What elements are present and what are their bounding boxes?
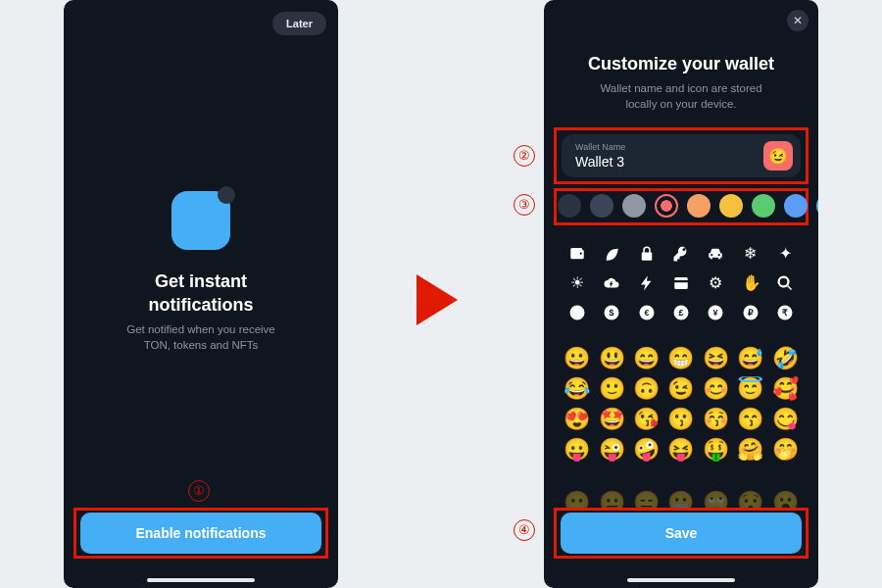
emoji-option[interactable]: 😍 xyxy=(564,407,590,432)
emoji-option[interactable]: 😋 xyxy=(772,407,799,432)
emoji-option[interactable]: 🥰 xyxy=(772,376,799,402)
sun-icon[interactable]: ☀ xyxy=(568,274,586,292)
color-swatch-selected[interactable] xyxy=(655,194,678,218)
power-icon[interactable] xyxy=(568,304,586,321)
color-swatch[interactable] xyxy=(558,194,581,218)
hand-icon[interactable]: ✋ xyxy=(742,274,760,292)
svg-text:₽: ₽ xyxy=(748,308,754,318)
key-icon[interactable] xyxy=(672,245,690,263)
emoji-option[interactable]: 😑 xyxy=(633,490,660,508)
emoji-option[interactable]: 🤣 xyxy=(772,346,799,371)
emoji-option[interactable]: 😙 xyxy=(737,407,763,432)
emoji-option[interactable]: 😇 xyxy=(737,376,763,402)
later-button[interactable]: Later xyxy=(272,12,326,35)
emoji-option[interactable]: 😄 xyxy=(633,346,660,371)
emoji-option[interactable]: 😚 xyxy=(703,407,729,432)
wallet-name-value: Wallet 3 xyxy=(575,153,763,171)
emoji-option[interactable]: 😁 xyxy=(667,346,694,371)
marker-4: ④ xyxy=(514,519,535,541)
emoji-option[interactable]: 🤑 xyxy=(703,437,729,463)
icon-picker: ❄ ✦ ☀ ⚙ ✋ $ € £ ¥ ₽ ₹ xyxy=(560,245,803,321)
euro-icon[interactable]: € xyxy=(638,304,656,321)
emoji-option[interactable]: 😛 xyxy=(564,437,590,463)
emoji-option[interactable]: 😃 xyxy=(599,346,625,371)
emoji-option[interactable]: 🤩 xyxy=(599,407,625,432)
emoji-option[interactable]: 😆 xyxy=(703,346,729,371)
lock-icon[interactable] xyxy=(638,245,656,263)
color-swatch[interactable] xyxy=(622,194,646,218)
home-indicator[interactable] xyxy=(147,578,255,582)
pound-icon[interactable]: £ xyxy=(672,304,690,321)
emoji-picker: 😀😃😄😁😆😅🤣😂🙂🙃😉😊😇🥰😍🤩😘😗😚😙😋😛😜🤪😝🤑🤗🤭 xyxy=(560,346,803,463)
emoji-option[interactable]: 😉 xyxy=(667,376,694,402)
emoji-option[interactable]: 🤪 xyxy=(633,437,660,463)
app-icon xyxy=(172,191,230,250)
sparkle-icon[interactable]: ✦ xyxy=(776,245,794,263)
emoji-option[interactable]: 😝 xyxy=(667,437,694,463)
color-swatch[interactable] xyxy=(816,194,818,218)
emoji-option[interactable]: 🙂 xyxy=(599,376,625,402)
emoji-option[interactable]: 😮 xyxy=(772,490,799,508)
marker-3: ③ xyxy=(514,194,535,216)
svg-text:€: € xyxy=(644,308,649,318)
emoji-option[interactable]: 😂 xyxy=(564,376,590,402)
emoji-option[interactable]: 🙄 xyxy=(703,490,729,508)
svg-text:£: £ xyxy=(678,308,683,318)
leaf-icon[interactable] xyxy=(603,245,620,263)
emoji-option[interactable]: 🤗 xyxy=(737,437,763,463)
notif-title: Get instantnotifications xyxy=(64,270,338,317)
enable-notifications-button[interactable]: Enable notifications xyxy=(80,513,321,554)
color-swatch[interactable] xyxy=(752,194,775,218)
svg-text:$: $ xyxy=(610,308,614,318)
search-icon[interactable] xyxy=(776,274,794,292)
color-swatch[interactable] xyxy=(687,194,710,218)
dollar-icon[interactable]: $ xyxy=(603,304,620,321)
credit-card-icon[interactable] xyxy=(672,274,690,292)
emoji-option[interactable]: 😬 xyxy=(667,490,694,508)
phone-customize: ✕ Customize your wallet Wallet name and … xyxy=(544,0,818,588)
emoji-option[interactable]: 😅 xyxy=(737,346,763,371)
wallet-name-label: Wallet Name xyxy=(575,142,763,153)
emoji-picker-fade: 😶😐😑😬🙄😯😮 xyxy=(560,490,803,508)
marker-1: ① xyxy=(188,480,210,502)
yen-icon[interactable]: ¥ xyxy=(707,304,724,321)
customize-title: Customize your wallet xyxy=(544,54,818,74)
play-arrow-icon xyxy=(416,274,458,325)
svg-text:₹: ₹ xyxy=(782,308,788,318)
wallet-name-field[interactable]: Wallet Name Wallet 3 😉 xyxy=(562,134,801,177)
close-button[interactable]: ✕ xyxy=(787,10,808,31)
emoji-option[interactable]: 😶 xyxy=(564,490,590,508)
ruble-icon[interactable]: ₽ xyxy=(742,304,760,321)
color-picker xyxy=(558,194,818,218)
emoji-option[interactable]: 😜 xyxy=(599,437,625,463)
emoji-option[interactable]: 🤭 xyxy=(772,437,799,463)
emoji-option[interactable]: 🙃 xyxy=(633,376,660,402)
emoji-option[interactable]: 😘 xyxy=(633,407,660,432)
marker-2: ② xyxy=(514,145,535,167)
emoji-option[interactable]: 😊 xyxy=(703,376,729,402)
emoji-option[interactable]: 😯 xyxy=(737,490,763,508)
emoji-option[interactable]: 😗 xyxy=(667,407,694,432)
home-indicator[interactable] xyxy=(627,578,735,582)
color-swatch[interactable] xyxy=(719,194,743,218)
rupee-icon[interactable]: ₹ xyxy=(776,304,794,321)
bolt-icon[interactable] xyxy=(638,274,656,292)
color-swatch[interactable] xyxy=(590,194,613,218)
emoji-option[interactable]: 😀 xyxy=(564,346,590,371)
wallet-icon[interactable] xyxy=(568,245,586,263)
cloud-bolt-icon[interactable] xyxy=(603,274,620,292)
wallet-emoji-button[interactable]: 😉 xyxy=(763,141,793,171)
snowflake-icon[interactable]: ❄ xyxy=(742,245,760,263)
save-button[interactable]: Save xyxy=(561,513,802,554)
gear-icon[interactable]: ⚙ xyxy=(707,274,724,292)
svg-text:¥: ¥ xyxy=(713,308,718,318)
color-swatch[interactable] xyxy=(784,194,808,218)
emoji-option[interactable]: 😐 xyxy=(599,490,625,508)
customize-subtitle: Wallet name and icon are storedlocally o… xyxy=(583,80,779,112)
car-icon[interactable] xyxy=(707,245,724,263)
notif-subtitle: Get notified when you receiveTON, tokens… xyxy=(93,321,309,353)
